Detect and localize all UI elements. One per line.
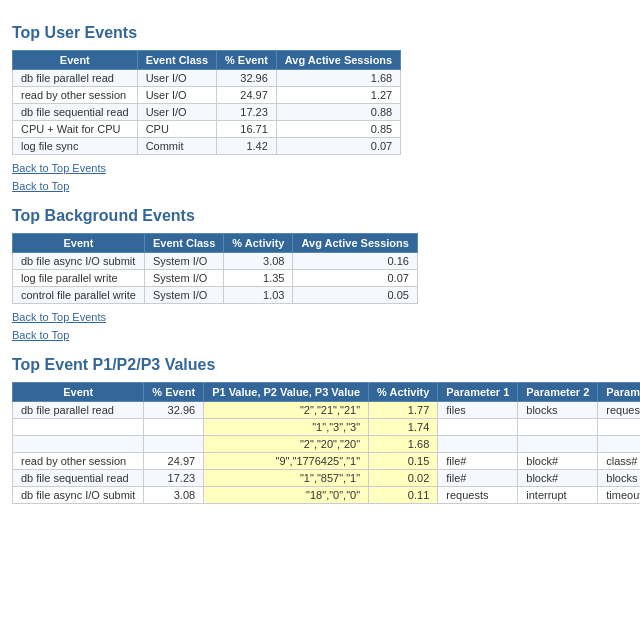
col-p1p2p3: P1 Value, P2 Value, P3 Value xyxy=(204,383,369,402)
table-cell: read by other session xyxy=(13,453,144,470)
back-to-top-events-link-2[interactable]: Back to Top Events xyxy=(12,310,628,324)
table-cell xyxy=(438,436,518,453)
top-background-events-title: Top Background Events xyxy=(12,207,628,225)
top-event-p1p2p3-title: Top Event P1/P2/P3 Values xyxy=(12,356,628,374)
col-event: Event xyxy=(13,51,138,70)
table-cell: interrupt xyxy=(518,487,598,504)
table-cell: requests xyxy=(438,487,518,504)
table-cell: files xyxy=(438,402,518,419)
table-cell: timeout xyxy=(598,487,640,504)
table-cell xyxy=(518,436,598,453)
top-background-events-table: Event Event Class % Activity Avg Active … xyxy=(12,233,418,304)
table-cell: 17.23 xyxy=(144,470,204,487)
table-cell: 24.97 xyxy=(144,453,204,470)
table-cell: "18","0","0" xyxy=(204,487,369,504)
table-row: log file syncCommit1.420.07 xyxy=(13,138,401,155)
col-pct-event-p: % Event xyxy=(144,383,204,402)
table-row: db file async I/O submit3.08"18","0","0"… xyxy=(13,487,641,504)
table-cell: file# xyxy=(438,470,518,487)
table-cell: log file sync xyxy=(13,138,138,155)
table-cell xyxy=(598,419,640,436)
table-cell: 32.96 xyxy=(144,402,204,419)
table-cell xyxy=(13,436,144,453)
col-param3: Parameter 3 xyxy=(598,383,640,402)
table-cell: 1.77 xyxy=(369,402,438,419)
table-cell: 3.08 xyxy=(144,487,204,504)
col-param2: Parameter 2 xyxy=(518,383,598,402)
table-cell: class# xyxy=(598,453,640,470)
table-cell: file# xyxy=(438,453,518,470)
back-to-top-link-1[interactable]: Back to Top xyxy=(12,179,628,193)
table-cell: db file parallel read xyxy=(13,402,144,419)
table-cell: block# xyxy=(518,470,598,487)
table-cell: db file async I/O submit xyxy=(13,253,145,270)
table-row: db file sequential readUser I/O17.230.88 xyxy=(13,104,401,121)
table-row: db file parallel readUser I/O32.961.68 xyxy=(13,70,401,87)
table-cell: 1.68 xyxy=(276,70,400,87)
col-event-p: Event xyxy=(13,383,144,402)
table-cell: "9","1776425","1" xyxy=(204,453,369,470)
table-cell: "1","857","1" xyxy=(204,470,369,487)
table-cell: System I/O xyxy=(144,253,223,270)
table-cell xyxy=(144,419,204,436)
table-cell: blocks xyxy=(598,470,640,487)
table-cell: 1.68 xyxy=(369,436,438,453)
table-cell: User I/O xyxy=(137,87,216,104)
col-pct-event: % Event xyxy=(217,51,277,70)
col-param1: Parameter 1 xyxy=(438,383,518,402)
table-row: read by other session24.97"9","1776425",… xyxy=(13,453,641,470)
table-row: "1","3","3"1.74 xyxy=(13,419,641,436)
table-cell: 1.03 xyxy=(224,287,293,304)
table-cell: 0.07 xyxy=(276,138,400,155)
col-event-class: Event Class xyxy=(137,51,216,70)
table-cell: 32.96 xyxy=(217,70,277,87)
table-cell: requests xyxy=(598,402,640,419)
table-cell: 1.42 xyxy=(217,138,277,155)
table-cell: 17.23 xyxy=(217,104,277,121)
table-cell: CPU + Wait for CPU xyxy=(13,121,138,138)
table-row: read by other sessionUser I/O24.971.27 xyxy=(13,87,401,104)
table-cell: CPU xyxy=(137,121,216,138)
table-cell: blocks xyxy=(518,402,598,419)
back-to-top-anchor-2[interactable]: Back to Top xyxy=(12,329,69,341)
table-cell: 0.85 xyxy=(276,121,400,138)
table-cell: 1.27 xyxy=(276,87,400,104)
table-cell: db file sequential read xyxy=(13,470,144,487)
col-pct-activity-p: % Activity xyxy=(369,383,438,402)
top-user-events-table: Event Event Class % Event Avg Active Ses… xyxy=(12,50,401,155)
table-row: log file parallel writeSystem I/O1.350.0… xyxy=(13,270,418,287)
back-to-top-events-anchor-1[interactable]: Back to Top Events xyxy=(12,162,106,174)
table-row: CPU + Wait for CPUCPU16.710.85 xyxy=(13,121,401,138)
table-cell: block# xyxy=(518,453,598,470)
table-row: db file async I/O submitSystem I/O3.080.… xyxy=(13,253,418,270)
table-cell: "1","3","3" xyxy=(204,419,369,436)
table-cell: 0.88 xyxy=(276,104,400,121)
table-row: db file sequential read17.23"1","857","1… xyxy=(13,470,641,487)
top-user-events-section: Top User Events Event Event Class % Even… xyxy=(12,24,628,193)
top-event-p1p2p3-table: Event % Event P1 Value, P2 Value, P3 Val… xyxy=(12,382,640,504)
table-cell: db file sequential read xyxy=(13,104,138,121)
table-cell: System I/O xyxy=(144,270,223,287)
table-cell xyxy=(438,419,518,436)
table-cell: 0.15 xyxy=(369,453,438,470)
table-cell: 16.71 xyxy=(217,121,277,138)
table-cell: db file async I/O submit xyxy=(13,487,144,504)
table-cell xyxy=(518,419,598,436)
back-to-top-events-link-1[interactable]: Back to Top Events xyxy=(12,161,628,175)
table-row: control file parallel writeSystem I/O1.0… xyxy=(13,287,418,304)
table-cell: "2","20","20" xyxy=(204,436,369,453)
col-avg-active: Avg Active Sessions xyxy=(276,51,400,70)
col-pct-activity-bg: % Activity xyxy=(224,234,293,253)
back-to-top-anchor-1[interactable]: Back to Top xyxy=(12,180,69,192)
col-avg-active-bg: Avg Active Sessions xyxy=(293,234,417,253)
table-cell: 3.08 xyxy=(224,253,293,270)
table-cell xyxy=(13,419,144,436)
back-to-top-link-2[interactable]: Back to Top xyxy=(12,328,628,342)
table-cell: 24.97 xyxy=(217,87,277,104)
col-event-class-bg: Event Class xyxy=(144,234,223,253)
back-to-top-events-anchor-2[interactable]: Back to Top Events xyxy=(12,311,106,323)
top-user-events-title: Top User Events xyxy=(12,24,628,42)
table-cell xyxy=(144,436,204,453)
table-cell: 0.16 xyxy=(293,253,417,270)
table-cell: log file parallel write xyxy=(13,270,145,287)
